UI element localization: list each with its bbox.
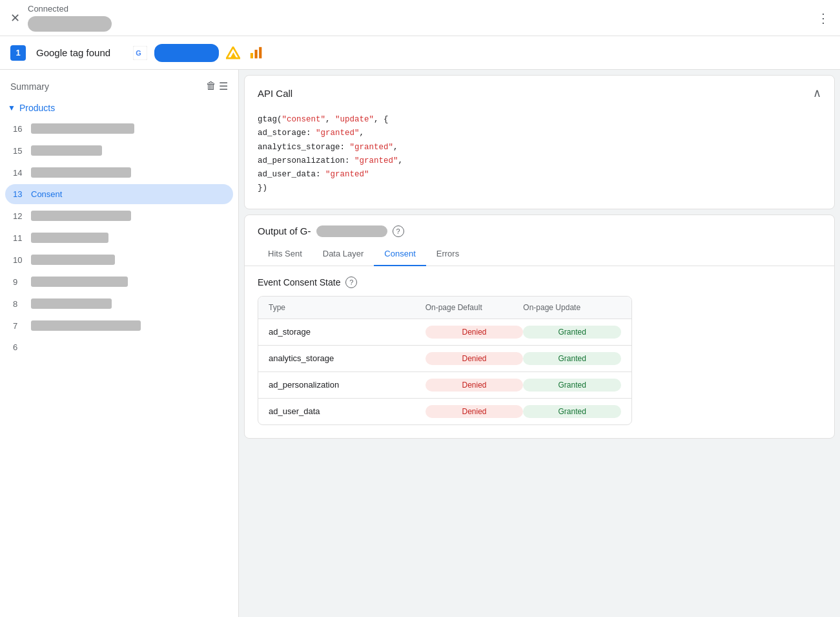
item-number: 14: [13, 168, 26, 178]
chevron-down-icon: ▼: [8, 103, 15, 112]
svg-rect-5: [255, 50, 258, 58]
status-badge-denied: Denied: [425, 405, 524, 418]
tag-found-label: Google tag found: [36, 47, 110, 58]
tab-errors[interactable]: Errors: [426, 242, 469, 266]
tab-hits-sent[interactable]: Hits Sent: [258, 242, 312, 266]
status-badge-granted: Granted: [523, 352, 621, 365]
sidebar-item-10[interactable]: 10: [5, 249, 233, 270]
google-ads-icon: [224, 44, 242, 62]
code-line-3: analytics_storage: "granted",: [258, 141, 821, 154]
consent-type: analytics_storage: [269, 353, 425, 363]
api-code-block: gtag("consent", "update", { ad_storage: …: [245, 105, 834, 209]
consent-type: ad_storage: [269, 327, 425, 337]
col-type: Type: [269, 303, 425, 312]
item-number: 11: [13, 233, 26, 243]
item-number: 9: [13, 277, 26, 287]
tag-badge: 1: [10, 45, 26, 61]
top-bar-left: ✕ Connected: [10, 4, 112, 32]
sidebar-item-6[interactable]: 6: [5, 337, 233, 357]
sidebar-item-13[interactable]: 13 Consent: [5, 184, 233, 204]
svg-rect-6: [259, 47, 261, 58]
code-string: "granted": [316, 129, 360, 138]
consent-body: Event Consent State ? Type On-page Defau…: [245, 266, 834, 438]
item-bar: [31, 298, 112, 309]
api-call-section: API Call ∧ gtag("consent", "update", { a…: [244, 75, 835, 209]
item-number: 8: [13, 299, 26, 309]
table-row: analytics_storage Denied Granted: [258, 346, 631, 372]
item-bar: [31, 211, 131, 221]
code-line-5: ad_user_data: "granted": [258, 168, 821, 182]
status-badge-denied: Denied: [425, 379, 524, 392]
tabs: Hits Sent Data Layer Consent Errors: [245, 242, 834, 266]
products-header[interactable]: ▼ Products: [0, 98, 238, 118]
gtm-icon: G: [131, 44, 149, 62]
item-bar: [31, 277, 128, 287]
consent-table: Type On-page Default On-page Update ad_s…: [258, 296, 632, 425]
main-layout: Summary 🗑 ☰ ▼ Products 16 15 14: [0, 70, 840, 617]
code-text: ,: [393, 143, 398, 152]
item-label: Consent: [31, 189, 62, 199]
more-menu-icon[interactable]: ⋮: [817, 10, 830, 26]
output-id-pill: [316, 225, 387, 237]
list-icon[interactable]: ☰: [219, 80, 228, 92]
code-string: "consent": [282, 115, 326, 124]
code-text: }): [258, 183, 267, 193]
status-badge-denied: Denied: [425, 352, 524, 365]
code-text: gtag(: [258, 115, 282, 124]
content-area: API Call ∧ gtag("consent", "update", { a…: [239, 70, 840, 617]
status-badge-granted: Granted: [523, 326, 621, 339]
tab-data-layer[interactable]: Data Layer: [312, 242, 374, 266]
sidebar-item-8[interactable]: 8: [5, 293, 233, 314]
trash-icon[interactable]: 🗑: [206, 80, 216, 92]
sidebar-item-16[interactable]: 16: [5, 118, 233, 139]
code-text: ,: [325, 115, 335, 124]
item-number: 12: [13, 211, 26, 221]
sidebar-item-7[interactable]: 7: [5, 315, 233, 336]
summary-icons: 🗑 ☰: [206, 80, 228, 92]
sidebar-item-14[interactable]: 14: [5, 162, 233, 183]
item-bar: [31, 255, 115, 265]
analytics-icon: [247, 44, 265, 62]
svg-text:G: G: [136, 49, 141, 57]
connected-text: Connected: [28, 4, 112, 14]
tag-icons: G: [131, 44, 265, 62]
sidebar-item-15[interactable]: 15: [5, 140, 233, 161]
code-string: "granted": [354, 156, 398, 165]
tag-bar: 1 Google tag found G: [0, 36, 840, 70]
item-bar: [31, 320, 141, 331]
svg-rect-4: [251, 53, 253, 58]
summary-label: Summary: [10, 81, 49, 92]
item-number: 13: [13, 189, 26, 199]
consent-type: ad_user_data: [269, 406, 425, 416]
products-label: Products: [19, 103, 55, 113]
status-badge-granted: Granted: [523, 405, 621, 418]
close-icon[interactable]: ✕: [10, 11, 20, 25]
help-icon[interactable]: ?: [393, 225, 404, 237]
item-number: 10: [13, 255, 26, 265]
code-text: , {: [374, 115, 389, 124]
output-header: Output of G- ?: [245, 215, 834, 237]
tab-consent[interactable]: Consent: [374, 242, 425, 266]
item-number: 16: [13, 124, 26, 134]
code-text: ,: [398, 156, 404, 165]
table-row: ad_user_data Denied Granted: [258, 399, 631, 424]
code-text: ad_personalization:: [258, 156, 354, 165]
item-number: 7: [13, 321, 26, 331]
code-line-6: }): [258, 182, 821, 195]
event-consent-help-icon[interactable]: ?: [345, 277, 357, 288]
table-header: Type On-page Default On-page Update: [258, 297, 631, 319]
sidebar-item-9[interactable]: 9: [5, 271, 233, 292]
col-update: On-page Update: [523, 303, 621, 312]
sidebar-item-12[interactable]: 12: [5, 205, 233, 226]
sidebar-item-11[interactable]: 11: [5, 227, 233, 248]
sidebar: Summary 🗑 ☰ ▼ Products 16 15 14: [0, 70, 239, 617]
api-call-title: API Call: [258, 88, 292, 99]
sidebar-items: 16 15 14 13 Consent 12: [0, 118, 238, 357]
code-text: ,: [360, 129, 365, 138]
item-bar: [31, 145, 102, 156]
tag-id-pill: [154, 44, 219, 62]
item-bar: [31, 233, 108, 243]
col-default: On-page Default: [425, 303, 524, 312]
collapse-icon[interactable]: ∧: [813, 86, 821, 100]
consent-type: ad_personalization: [269, 380, 425, 390]
